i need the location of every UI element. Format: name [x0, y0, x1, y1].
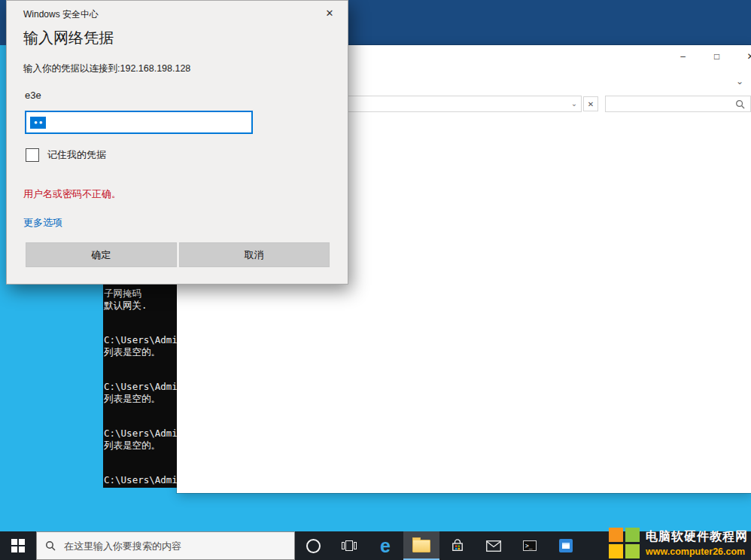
taskbar-icons: e > [295, 531, 584, 560]
store-bag-icon [451, 539, 464, 552]
dialog-buttons: 确定 取消 [26, 242, 330, 267]
ok-button[interactable]: 确定 [26, 242, 177, 267]
edge-button[interactable]: e [367, 531, 403, 560]
credential-dialog: Windows 安全中心 ✕ 输入网络凭据 输入你的凭据以连接到:192.168… [6, 0, 348, 285]
password-mask: ●● [30, 117, 46, 129]
store-button[interactable] [439, 531, 476, 560]
start-button[interactable] [0, 531, 36, 560]
site-name: 电脑软硬件教程网 [646, 529, 748, 545]
dialog-close-button[interactable]: ✕ [322, 6, 337, 21]
close-button[interactable]: ✕ [734, 45, 751, 68]
app-button[interactable] [548, 531, 584, 560]
cortana-button[interactable] [295, 531, 331, 560]
window-controls: – □ ✕ [666, 45, 751, 68]
close-icon: ✕ [746, 51, 751, 62]
password-field[interactable]: ●● [25, 111, 253, 134]
site-logo-icon [609, 528, 640, 558]
more-options-link[interactable]: 更多选项 [23, 216, 62, 230]
command-prompt-button[interactable]: >_ [512, 531, 548, 560]
site-url: www.computer26.com [646, 546, 748, 557]
dialog-title: Windows 安全中心 [23, 8, 99, 21]
minimize-button[interactable]: – [666, 45, 700, 68]
maximize-icon: □ [714, 51, 719, 62]
ribbon-expand-icon[interactable]: ⌄ [736, 76, 743, 87]
maximize-button[interactable]: □ [700, 45, 734, 68]
search-icon [45, 540, 56, 551]
mail-button[interactable] [476, 531, 512, 560]
cancel-button[interactable]: 取消 [179, 242, 330, 267]
dialog-subtitle: 输入你的凭据以连接到:192.168.198.128 [23, 62, 190, 75]
site-watermark-text: 电脑软硬件教程网 www.computer26.com [646, 529, 748, 557]
windows-logo-icon [11, 539, 25, 552]
username-value: e3e [25, 90, 41, 101]
remember-label: 记住我的凭据 [47, 148, 106, 162]
cortana-icon [306, 539, 321, 553]
task-view-icon [342, 540, 357, 552]
remember-checkbox[interactable] [26, 148, 39, 162]
site-watermark: 电脑软硬件教程网 www.computer26.com [609, 528, 748, 558]
file-explorer-button[interactable] [403, 531, 439, 560]
dialog-heading: 输入网络凭据 [23, 28, 114, 48]
taskbar-search[interactable] [36, 531, 295, 560]
task-view-button[interactable] [331, 531, 367, 560]
app-icon [559, 539, 573, 552]
minimize-icon: – [680, 51, 686, 62]
error-message: 用户名或密码不正确。 [23, 187, 121, 201]
screen: – □ ✕ ⌄ ⌄ ✕ [0, 0, 751, 560]
address-dropdown-icon[interactable]: ⌄ [567, 96, 581, 111]
explorer-search-box[interactable] [605, 96, 751, 112]
taskbar-search-input[interactable] [62, 540, 286, 552]
folder-icon [412, 540, 430, 552]
command-prompt-icon: >_ [523, 540, 537, 551]
edge-icon: e [380, 537, 391, 555]
remember-credentials: 记住我的凭据 [26, 148, 106, 162]
stop-button[interactable]: ✕ [583, 96, 598, 111]
mail-icon [486, 540, 501, 552]
search-icon [735, 99, 745, 109]
